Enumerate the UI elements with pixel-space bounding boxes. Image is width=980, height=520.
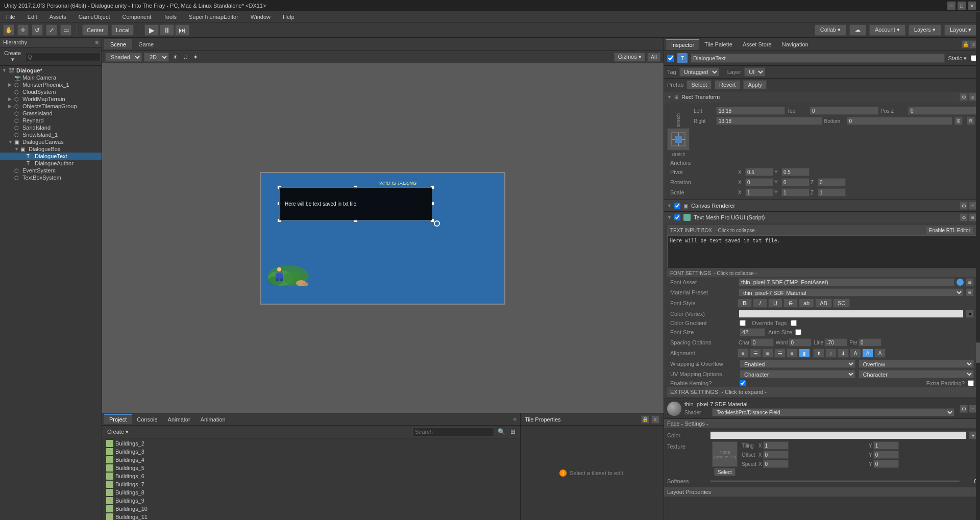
tree-item-dialogue-box[interactable]: ▼ ▣ DialogueBox [0, 145, 102, 153]
2d-dropdown[interactable]: 2D [144, 53, 169, 62]
project-create-button[interactable]: Create ▾ [105, 428, 131, 436]
layout-button[interactable]: Layout ▾ [944, 24, 977, 36]
project-search-input[interactable] [412, 427, 494, 436]
uv-select-2[interactable]: Character [859, 370, 974, 378]
scene-tab[interactable]: Scene [104, 39, 132, 49]
auto-size-checkbox[interactable] [795, 329, 801, 335]
overflow-select[interactable]: Overflow [859, 360, 974, 368]
extra-settings-header[interactable]: EXTRA SETTINGS - Click to expand - [667, 387, 977, 397]
step-button[interactable]: ⏭ [175, 24, 189, 36]
wrapping-select[interactable]: Enabled Disabled [740, 360, 855, 368]
minimize-button[interactable]: ─ [947, 2, 955, 10]
scale-y-input[interactable] [781, 188, 810, 196]
align-middle-button[interactable]: ↕ [825, 349, 837, 358]
list-item[interactable]: Buildings_2 [102, 439, 520, 448]
animator-tab[interactable]: Animator [163, 415, 195, 424]
rotation-x-input[interactable] [745, 178, 773, 186]
hierarchy-create-button[interactable]: Create ▾ [2, 49, 23, 64]
top-input[interactable] [810, 107, 878, 115]
color-gradient-checkbox[interactable] [740, 320, 746, 326]
scale-z-input[interactable] [818, 188, 846, 196]
rect-settings-icon[interactable]: ⚙ [960, 93, 968, 101]
tree-item-worldmap[interactable]: ▶ ⬡ WorldMapTerrain [0, 95, 102, 103]
par-input[interactable] [859, 338, 881, 346]
game-tab[interactable]: Game [132, 39, 160, 49]
italic-button[interactable]: I [753, 299, 767, 308]
strikethrough-button[interactable]: S [783, 299, 798, 308]
inspector-lock-icon[interactable]: 🔒 [962, 40, 970, 48]
ab-button[interactable]: ab [799, 299, 814, 308]
rotate-tool-button[interactable]: ↺ [32, 24, 43, 36]
material-preset-menu-icon[interactable]: ≡ [966, 288, 974, 296]
tree-item-reynard[interactable]: ⬡ Reynard [0, 117, 102, 124]
rect-transform-header[interactable]: ▼ ⊞ Rect Transform ⚙ ≡ [664, 91, 980, 103]
tree-item-grass-island[interactable]: ⬡ GrassIsland [0, 110, 102, 117]
inspector-tab[interactable]: Inspector [666, 39, 699, 50]
pause-button[interactable]: ⏸ [160, 24, 174, 36]
menu-edit[interactable]: Edit [24, 13, 40, 21]
underline-button[interactable]: U [768, 299, 782, 308]
apply-button[interactable]: Apply [743, 80, 767, 89]
layers-button[interactable]: Layers ▾ [909, 24, 941, 36]
list-item[interactable]: Buildings_3 [102, 448, 520, 456]
face-color-swatch[interactable] [710, 431, 967, 439]
line-input[interactable] [824, 338, 847, 346]
tiling-y-input[interactable] [873, 441, 899, 450]
align-right-button[interactable]: ≡ [762, 349, 773, 358]
tree-item-dialogue-author[interactable]: T DialogueAuthor [0, 160, 102, 167]
face-settings-header[interactable]: Face - Settings - [664, 419, 980, 428]
list-item[interactable]: Buildings_9 [102, 497, 520, 505]
color-swatch[interactable] [739, 310, 964, 318]
local-button[interactable]: Local [111, 24, 134, 36]
rotate-handle[interactable] [434, 220, 440, 227]
project-panel-menu[interactable]: ≡ [512, 415, 518, 424]
list-item[interactable]: Buildings_11 [102, 513, 520, 520]
align-left-button[interactable]: ≡ [738, 349, 749, 358]
font-asset-menu-icon[interactable]: ≡ [966, 278, 974, 286]
left-input[interactable] [716, 107, 785, 115]
tree-item-objects-tilemap[interactable]: ▶ ⬡ ObjectsTilemapGroup [0, 103, 102, 110]
maximize-button[interactable]: □ [958, 2, 966, 10]
rotation-z-input[interactable] [818, 178, 846, 186]
menu-help[interactable]: Help [280, 13, 298, 21]
layout-properties-header[interactable]: Layout Properties [664, 487, 980, 497]
all-button[interactable]: All [647, 53, 660, 62]
speed-y-input[interactable] [873, 460, 899, 468]
font-size-input[interactable] [740, 328, 765, 336]
navigation-tab[interactable]: Navigation [777, 39, 814, 49]
revert-button[interactable]: Revert [715, 80, 740, 89]
rtl-editor-button[interactable]: Enable RTL Editor [925, 226, 974, 234]
light-toggle[interactable]: ☀ [171, 54, 180, 61]
scene-view[interactable]: WHO IS TALKING Here will be text saved i… [102, 63, 664, 413]
color-picker-button[interactable]: ▾ [966, 310, 974, 318]
tile-menu-icon[interactable]: ≡ [651, 415, 659, 424]
list-item[interactable]: Buildings_4 [102, 456, 520, 464]
font-asset-input[interactable] [739, 278, 954, 286]
blueprint-r-button[interactable]: ⊞ [954, 117, 963, 125]
move-tool-button[interactable]: ✛ [17, 24, 29, 36]
pivot-y-input[interactable] [781, 168, 810, 176]
rotation-y-input[interactable] [781, 178, 810, 186]
align-top-button[interactable]: ⬆ [813, 349, 824, 358]
scale-tool-button[interactable]: ⤢ [46, 24, 57, 36]
text-mesh-pro-header[interactable]: ▼ Text Mesh Pro UGUI (Script) ⚙ ≡ [664, 212, 980, 223]
animation-tab[interactable]: Animation [195, 415, 231, 424]
tile-lock-icon[interactable]: 🔒 [641, 415, 649, 424]
align-center-button[interactable]: ☰ [750, 349, 761, 358]
menu-assets[interactable]: Assets [46, 13, 69, 21]
tree-item-sand-island[interactable]: ⬡ SandIsland [0, 124, 102, 131]
shaded-dropdown[interactable]: Shaded [105, 53, 142, 62]
tile-scrollbar[interactable] [976, 12, 980, 520]
bottom-input[interactable] [847, 117, 953, 125]
menu-file[interactable]: File [3, 13, 18, 21]
extra-padding-checkbox[interactable] [968, 380, 974, 386]
tree-item-main-camera[interactable]: 📷 Main Camera [0, 74, 102, 81]
tmp-checkbox[interactable] [674, 214, 680, 220]
tile-scrollbar-thumb[interactable] [976, 342, 980, 363]
align-geo-button[interactable]: ▮ [799, 349, 810, 358]
tile-palette-tab[interactable]: Tile Palette [699, 39, 738, 49]
scale-x-input[interactable] [745, 188, 773, 196]
project-tab[interactable]: Project [104, 414, 132, 424]
menu-window[interactable]: Window [248, 13, 274, 21]
SC-button[interactable]: SC [833, 299, 850, 308]
